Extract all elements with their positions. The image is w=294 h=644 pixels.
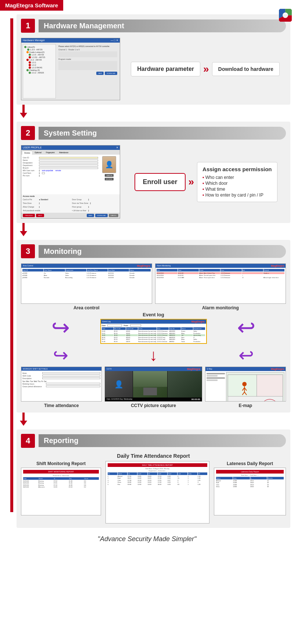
- sys-save-btn[interactable]: SAVE: [87, 214, 94, 217]
- sys-input-pinnum[interactable]: [39, 175, 40, 177]
- sys-input-lfaccess[interactable]: [90, 202, 91, 204]
- el-r4-name: Dato: [181, 337, 193, 338]
- ac-cell-3-3: Accounting: [65, 277, 86, 278]
- area-control-col: Area Control MagEtegra User ID User Name…: [21, 263, 152, 310]
- sys-input-lift[interactable]: [88, 210, 89, 212]
- daily-r3-2: Citra: [118, 479, 127, 481]
- sys-input-name[interactable]: [39, 159, 98, 161]
- el-r4-event: Normal access by card only: [138, 337, 157, 338]
- ta-input-workhrs[interactable]: [46, 383, 100, 385]
- sys-lbl-mivuser: MiV User num: [23, 169, 37, 172]
- el-r4-door: 1.0.8.9 Fung: [157, 337, 169, 338]
- sys-card-spin[interactable]: [42, 172, 45, 174]
- daily-r2-8: 15: [178, 477, 187, 479]
- ta-input-grace[interactable]: [46, 385, 100, 387]
- alarm-cell-3-1: 04/12/2016: [157, 277, 178, 278]
- daily-r4-1: 4: [108, 481, 117, 483]
- sys-input-dept[interactable]: [39, 165, 98, 166]
- hw-save-btn[interactable]: SAVE: [96, 72, 104, 75]
- sys-input-cardnum[interactable]: [39, 172, 40, 174]
- emap-s-4: [207, 379, 218, 381]
- sys-input-branch[interactable]: [39, 167, 98, 169]
- sys-row-dept: Department: [23, 164, 98, 166]
- assign-title: Assign access permission: [202, 166, 272, 172]
- hw-tree-item-3: Kuala Lumpur(2): [26, 51, 54, 53]
- sys-prev-btn[interactable]: PREVIOUS: [23, 214, 35, 217]
- shift-r4-3: 15:00: [54, 486, 68, 488]
- sys-camera-btn[interactable]: CAMERA: [105, 174, 113, 177]
- daily-r1-3: 07:55: [128, 475, 137, 477]
- sys-tab-optional[interactable]: Optional: [33, 151, 43, 155]
- sys-screenshot: USER PROFILE ✕ Access Optional Fingerpri…: [21, 145, 120, 219]
- shift-r1-4: 15:30: [69, 480, 83, 482]
- sys-remote-link[interactable]: remote: [55, 169, 61, 172]
- alarm-table-header: Date Time Event Door Ack Remark: [157, 269, 285, 271]
- emap-room-tl: [228, 374, 257, 396]
- sys-row-desig: Designation: [23, 162, 98, 164]
- daily-r5-4: 12:00: [137, 483, 147, 485]
- sys-tab-attendance[interactable]: Attendance: [57, 151, 70, 155]
- ta-input-work[interactable]: [42, 372, 100, 374]
- el-user-input[interactable]: [107, 324, 122, 327]
- daily-r2-7: 8.10: [168, 477, 177, 479]
- el-table-header: Time Site Code Card Code Event Door User…: [102, 327, 205, 330]
- hw-tree-item-6: 1.0.2 - AR725: [26, 59, 54, 61]
- sys-browse-btn[interactable]: BROWSE: [105, 178, 114, 180]
- ac-cell-2-6: Outside: [129, 274, 150, 276]
- assign-box: Assign access permission Who can enter W…: [197, 162, 277, 202]
- ta-input-shift[interactable]: [42, 375, 100, 377]
- daily-r2-9: 0: [188, 477, 197, 479]
- alarm-cell-3-3: Alarm: Force open door: [199, 277, 220, 278]
- sys-row-cardnum: Card Num: [23, 172, 98, 174]
- section-system: 2 System Setting USER PROFILE ✕ Access O…: [17, 122, 290, 223]
- footer-tagline: "Advance Security Made Simpler": [0, 528, 294, 549]
- sys-row-name: Name: [23, 159, 98, 161]
- daily-r5: 5 Eko 09:00 12:00 13:00 18:00 8.00 60 0 …: [108, 483, 207, 485]
- sys-input-tg[interactable]: [39, 206, 40, 208]
- ta-lbl-work: Work: [22, 372, 41, 374]
- shift-r3-1: 03/11/16: [23, 484, 38, 486]
- sys-input-dg[interactable]: [88, 199, 89, 201]
- sys-input-desig[interactable]: [39, 162, 98, 164]
- hw-download-btn[interactable]: DOWNLOAD: [105, 72, 117, 75]
- hw-label-program: Program reader: [58, 58, 73, 60]
- lateness-th: Name Date In Minutes: [216, 477, 284, 479]
- shift-r4-4: 23:10: [69, 486, 83, 488]
- sys-next-btn[interactable]: NEXT: [36, 214, 44, 217]
- shift-r2: 02/11/16 Morning 07:05 15:45 8.6: [23, 482, 99, 484]
- shift-th: Date Name In Out Hours: [23, 477, 99, 480]
- el-r2-card: 04345: [126, 332, 138, 334]
- ac-th-lastdate: Last Date: [108, 269, 129, 271]
- el-r4-userid: JAN3016: [169, 337, 181, 338]
- sys-input-mivuser[interactable]: [39, 170, 40, 172]
- el-r1-time: 22:40: [102, 330, 114, 332]
- left-red-stripe: [10, 18, 13, 512]
- ta-input-desc[interactable]: [42, 377, 100, 379]
- daily-r1-9: 0: [188, 475, 197, 477]
- el-titlebar: Event Log MagEtegra: [101, 320, 206, 324]
- sys-cancel-btn[interactable]: CANCEL: [109, 214, 118, 217]
- sys-input-userid[interactable]: [39, 157, 98, 159]
- sys-auto-link[interactable]: auto-populate: [42, 169, 53, 172]
- daily-r3-1: 3: [108, 479, 117, 481]
- sys-tab-access[interactable]: Access: [22, 151, 32, 155]
- hw-tree-item-5: 1.3.52 - AR725: [29, 56, 54, 58]
- sys-input-tz[interactable]: [39, 202, 40, 204]
- el-from-input[interactable]: [130, 324, 141, 327]
- ac-table-header: User ID User Name Department Last Door N…: [22, 269, 151, 271]
- sys-input-floorgrp[interactable]: [88, 206, 89, 208]
- ac-cell-1-3: Sales: [65, 272, 86, 274]
- ac-cell-2-2: Abas: [44, 274, 65, 276]
- lateness-r2-3: 08:20: [250, 482, 267, 483]
- lateness-th-name: Name: [216, 477, 233, 479]
- el-r2-dept: Production: [193, 332, 205, 334]
- daily-r2-4: 12:00: [137, 477, 147, 479]
- arrow-stem-2: [22, 223, 25, 231]
- alarm-th-time: Time: [178, 269, 199, 271]
- bottom-curved-left-icon: ↩: [53, 346, 68, 364]
- sys-tab-fingerprint[interactable]: Fingerprint: [44, 151, 57, 155]
- sys-download-btn[interactable]: DOWNLOAD: [95, 214, 108, 217]
- alarm-th-door: Door: [220, 269, 241, 271]
- alarm-cell-2-6: [263, 274, 284, 276]
- curved-arrow-right-icon: ↩: [237, 317, 255, 339]
